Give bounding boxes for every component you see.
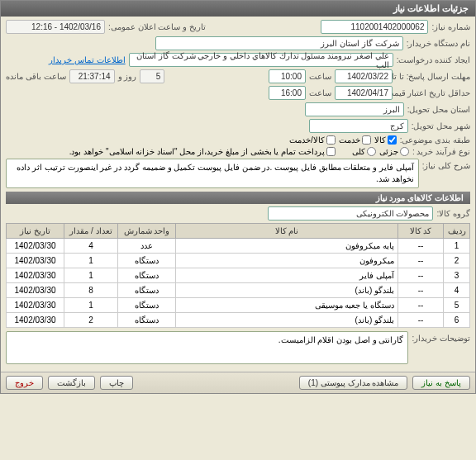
- label-reply-deadline: مهلت ارسال پاسخ: تا تاریخ:: [396, 72, 470, 81]
- btn-exit[interactable]: خروج: [6, 376, 43, 390]
- cell-date: 1402/03/30: [7, 254, 64, 268]
- cell-date: 1402/03/30: [7, 268, 64, 283]
- table-row[interactable]: 1--پایه میکروفونعدد41402/03/30: [7, 239, 470, 254]
- cell-code: --: [398, 283, 444, 298]
- input-credit-date[interactable]: 1402/04/17: [335, 86, 393, 100]
- cell-qty: 2: [64, 313, 118, 328]
- cell-date: 1402/03/30: [7, 298, 64, 313]
- table-header-row: ردیف کد کالا نام کالا واحد شمارش تعداد /…: [7, 224, 470, 239]
- input-credit-time[interactable]: 16:00: [269, 86, 306, 100]
- btn-print[interactable]: چاپ: [100, 376, 133, 390]
- cell-code: --: [398, 313, 444, 328]
- chk-goods-service[interactable]: کالا/خدمت: [289, 135, 336, 145]
- table-row[interactable]: 4--بلندگو (باند)دستگاه81402/03/30: [7, 283, 470, 298]
- label-creator: ایجاد کننده درخواست:: [397, 55, 470, 64]
- th-date[interactable]: تاریخ نیاز: [7, 224, 64, 239]
- label-group: گروه کالا:: [436, 209, 470, 218]
- input-reply-time[interactable]: 10:00: [269, 69, 306, 83]
- input-city[interactable]: کرج: [309, 119, 408, 133]
- window-title: جزئیات اطلاعات نیاز: [393, 3, 469, 13]
- label-buyer-org: نام دستگاه خریدار:: [407, 39, 470, 48]
- items-table: ردیف کد کالا نام کالا واحد شمارش تعداد /…: [6, 223, 470, 328]
- label-topic-class: طبقه بندی موضوعی:: [400, 135, 470, 145]
- th-qty[interactable]: تعداد / مقدار: [64, 224, 118, 239]
- cell-name: میکروفون: [176, 254, 398, 268]
- cell-code: --: [398, 298, 444, 313]
- table-row[interactable]: 3--آمپلی فایردستگاه11402/03/30: [7, 268, 470, 283]
- chk-pay-note[interactable]: پرداخت تمام یا بخشی از مبلغ خرید،از محل …: [69, 147, 336, 156]
- input-req-no[interactable]: 1102001402000062: [321, 20, 428, 34]
- cell-date: 1402/03/30: [7, 313, 64, 328]
- cell-code: --: [398, 254, 444, 268]
- btn-back[interactable]: بازگشت: [48, 376, 95, 390]
- label-hour1: ساعت: [309, 72, 331, 81]
- input-group[interactable]: محصولات الکترونیکی: [268, 206, 433, 221]
- cell-name: آمپلی فایر: [176, 268, 398, 283]
- days-left: 5: [140, 69, 164, 83]
- th-unit[interactable]: واحد شمارش: [118, 224, 176, 239]
- radio-full[interactable]: کلی: [352, 147, 376, 156]
- cell-date: 1402/03/30: [7, 283, 64, 298]
- cell-n: 2: [444, 254, 470, 268]
- label-hour2: ساعت: [309, 88, 331, 97]
- form-area: شماره نیاز: 1102001402000062 تاریخ و ساع…: [1, 17, 475, 372]
- cell-code: --: [398, 268, 444, 283]
- cell-unit: دستگاه: [118, 268, 176, 283]
- cell-unit: دستگاه: [118, 283, 176, 298]
- cell-unit: عدد: [118, 239, 176, 254]
- cell-qty: 8: [64, 283, 118, 298]
- cell-qty: 1: [64, 268, 118, 283]
- cell-unit: دستگاه: [118, 298, 176, 313]
- cell-name: بلندگو (باند): [176, 313, 398, 328]
- cell-qty: 4: [64, 239, 118, 254]
- buyer-notes-box[interactable]: گارانتی و اصل بودن اقلام الزامیست.: [6, 331, 408, 364]
- cell-qty: 1: [64, 298, 118, 313]
- th-n[interactable]: ردیف: [444, 224, 470, 239]
- input-buyer-org[interactable]: شرکت گاز استان البرز: [155, 36, 403, 50]
- th-code[interactable]: کد کالا: [398, 224, 444, 239]
- label-announce: تاریخ و ساعت اعلان عمومی:: [108, 22, 206, 31]
- input-province[interactable]: البرز: [305, 102, 404, 116]
- label-time-left: ساعت باقی مانده: [6, 72, 66, 81]
- label-city: شهر محل تحویل:: [412, 121, 470, 130]
- cell-n: 3: [444, 268, 470, 283]
- label-credit-deadline: حداقل تاریخ اعتبار قیمت: تا تاریخ:: [396, 88, 470, 97]
- btn-reply[interactable]: پاسخ به نیاز: [412, 376, 470, 390]
- main-desc-box[interactable]: آمپلی فایر و متعلقات مطابق فایل پیوست .د…: [6, 159, 419, 188]
- footer-bar: پاسخ به نیاز مشاهده مدارک پیوستی (1) چاپ…: [1, 372, 475, 393]
- cell-name: پایه میکروفون: [176, 239, 398, 254]
- input-announce: 1402/03/16 - 12:16: [6, 20, 105, 34]
- cell-name: دستگاه یا جعبه موسیقی: [176, 298, 398, 313]
- label-purchase-type: نوع فرآیند خرید :: [412, 147, 470, 156]
- section-goods-info: اطلاعات کالاهای مورد نیاز: [6, 192, 470, 204]
- table-row[interactable]: 6--بلندگو (باند)دستگاه21402/03/30: [7, 313, 470, 328]
- label-main-desc: شرح کلی نیاز:: [422, 159, 470, 170]
- input-reply-date[interactable]: 1402/03/22: [335, 69, 393, 83]
- cell-date: 1402/03/30: [7, 239, 64, 254]
- table-body: 1--پایه میکروفونعدد41402/03/302--میکروفو…: [7, 239, 470, 328]
- chk-service[interactable]: خدمت: [339, 135, 371, 145]
- titlebar: جزئیات اطلاعات نیاز: [1, 1, 475, 17]
- cell-unit: دستگاه: [118, 313, 176, 328]
- cell-unit: دستگاه: [118, 254, 176, 268]
- chk-goods[interactable]: کالا: [374, 135, 397, 145]
- cell-n: 1: [444, 239, 470, 254]
- cell-n: 6: [444, 313, 470, 328]
- label-day-and: روز و: [118, 72, 137, 81]
- table-row[interactable]: 5--دستگاه یا جعبه موسیقیدستگاه11402/03/3…: [7, 298, 470, 313]
- window: جزئیات اطلاعات نیاز شماره نیاز: 11020014…: [0, 0, 476, 394]
- btn-attachments[interactable]: مشاهده مدارک پیوستی (1): [299, 376, 408, 390]
- time-left: 21:37:14: [69, 69, 115, 83]
- label-province: استان محل تحویل:: [407, 105, 470, 114]
- cell-name: بلندگو (باند): [176, 283, 398, 298]
- table-row[interactable]: 2--میکروفوندستگاه11402/03/30: [7, 254, 470, 268]
- cell-n: 4: [444, 283, 470, 298]
- radio-partial[interactable]: جزئی: [379, 147, 409, 156]
- input-creator[interactable]: علي اصغر نيرومند مسئول تدارك كالاهاي داخ…: [129, 53, 393, 67]
- th-name[interactable]: نام کالا: [176, 224, 398, 239]
- cell-code: --: [398, 239, 444, 254]
- label-req-no: شماره نیاز:: [431, 22, 470, 31]
- link-contact[interactable]: اطلاعات تماس خریدار: [49, 55, 126, 64]
- label-buyer-notes: توضیحات خریدار:: [412, 331, 470, 343]
- cell-qty: 1: [64, 254, 118, 268]
